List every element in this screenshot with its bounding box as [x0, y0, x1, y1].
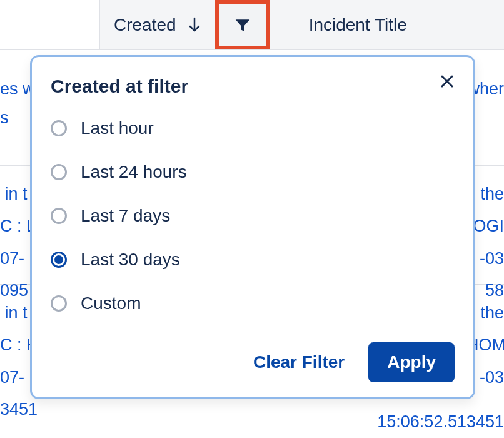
- table-header-row: Created Incident Title: [0, 0, 504, 50]
- radio-icon: [51, 295, 67, 312]
- option-label: Last 24 hours: [81, 162, 187, 182]
- column-created[interactable]: Created: [100, 0, 215, 49]
- option-label: Custom: [81, 293, 141, 313]
- filter-icon-highlight[interactable]: [215, 0, 270, 49]
- column-incident-title[interactable]: Incident Title: [296, 0, 420, 49]
- column-spacer: [0, 0, 100, 49]
- filter-option-last-24-hours[interactable]: Last 24 hours: [51, 161, 455, 183]
- popover-footer: Clear Filter Apply: [247, 342, 455, 382]
- column-created-label: Created: [114, 15, 176, 35]
- radio-icon: [51, 164, 67, 180]
- popover-title: Created at filter: [51, 76, 455, 97]
- filter-options-group: Last hour Last 24 hours Last 7 days Last…: [51, 117, 455, 315]
- created-at-filter-popover: Created at filter Last hour Last 24 hour…: [30, 55, 475, 399]
- column-created-wrap: Created: [100, 0, 270, 49]
- filter-option-custom[interactable]: Custom: [51, 292, 455, 315]
- option-label: Last hour: [81, 118, 154, 138]
- close-icon: [440, 74, 455, 91]
- filter-option-last-hour[interactable]: Last hour: [51, 117, 455, 140]
- column-gap: [270, 0, 296, 49]
- option-label: Last 30 days: [81, 250, 180, 270]
- column-incident-label: Incident Title: [309, 15, 407, 35]
- timestamp-fragment: 15:06:52.513451: [377, 412, 504, 432]
- option-label: Last 7 days: [81, 206, 170, 226]
- sort-descending-icon: [188, 17, 201, 33]
- filter-icon: [233, 16, 252, 34]
- filter-option-last-7-days[interactable]: Last 7 days: [51, 205, 455, 227]
- close-button[interactable]: [436, 71, 458, 93]
- radio-icon-selected: [51, 252, 67, 268]
- filter-option-last-30-days[interactable]: Last 30 days: [51, 248, 455, 271]
- clear-filter-button[interactable]: Clear Filter: [247, 345, 351, 380]
- radio-icon: [51, 120, 67, 136]
- apply-button[interactable]: Apply: [368, 342, 455, 382]
- radio-icon: [51, 208, 67, 224]
